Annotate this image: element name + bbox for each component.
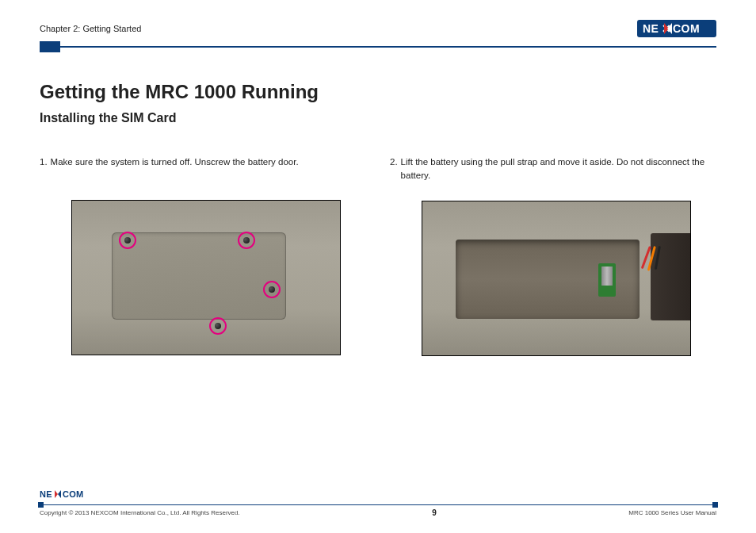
copyright-text: Copyright © 2013 NEXCOM International Co… bbox=[40, 509, 240, 516]
footer-square-icon bbox=[38, 502, 44, 508]
footer-logo: NE COM bbox=[40, 489, 716, 504]
svg-text:COM: COM bbox=[673, 22, 700, 35]
svg-text:NE: NE bbox=[643, 22, 659, 35]
battery-cavity bbox=[456, 240, 640, 319]
sim-slot bbox=[601, 266, 613, 286]
footer-square-icon bbox=[712, 502, 718, 508]
step-body: Lift the battery using the pull strap an… bbox=[401, 155, 716, 182]
step-2: 2. Lift the battery using the pull strap… bbox=[390, 155, 716, 182]
step-body: Make sure the system is turned off. Unsc… bbox=[51, 155, 366, 181]
header-accent-block bbox=[40, 41, 60, 52]
column-left: 1. Make sure the system is turned off. U… bbox=[40, 155, 366, 356]
photo-battery-cavity bbox=[422, 201, 691, 356]
column-right: 2. Lift the battery using the pull strap… bbox=[390, 155, 716, 356]
svg-text:COM: COM bbox=[63, 489, 84, 499]
battery-door bbox=[112, 232, 286, 320]
svg-text:NE: NE bbox=[40, 489, 52, 499]
screw-marker-icon bbox=[263, 281, 281, 298]
footer-row: Copyright © 2013 NEXCOM International Co… bbox=[40, 508, 716, 517]
battery-wires bbox=[649, 246, 668, 273]
svg-marker-8 bbox=[58, 490, 61, 498]
screw-marker-icon bbox=[209, 317, 227, 335]
page-footer: NE COM Copyright © 2013 NEXCOM Internati… bbox=[40, 489, 716, 517]
page-title: Getting the MRC 1000 Running bbox=[40, 81, 716, 103]
page-header: Chapter 2: Getting Started NE ✕ COM bbox=[40, 17, 716, 40]
screw-marker-icon bbox=[119, 232, 136, 249]
page-number: 9 bbox=[432, 508, 437, 517]
section-title: Installing the SIM Card bbox=[40, 111, 716, 125]
step-number: 2. bbox=[390, 155, 398, 182]
brand-logo: NE ✕ COM bbox=[637, 20, 716, 37]
chapter-label: Chapter 2: Getting Started bbox=[40, 24, 141, 33]
columns: 1. Make sure the system is turned off. U… bbox=[40, 155, 716, 356]
svg-marker-7 bbox=[55, 490, 58, 498]
manual-name: MRC 1000 Series User Manual bbox=[628, 509, 716, 516]
header-rule bbox=[40, 46, 716, 48]
screw-marker-icon bbox=[238, 232, 255, 249]
content-area: Getting the MRC 1000 Running Installing … bbox=[40, 48, 716, 356]
step-number: 1. bbox=[40, 155, 48, 181]
photo-battery-door bbox=[71, 200, 341, 355]
footer-rule bbox=[40, 504, 716, 505]
step-1: 1. Make sure the system is turned off. U… bbox=[40, 155, 366, 181]
